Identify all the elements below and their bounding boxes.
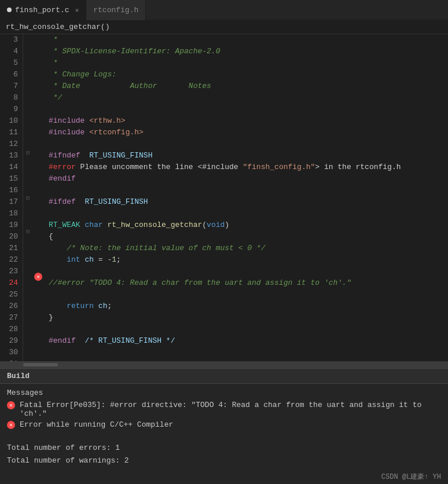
line-num-21: 21 xyxy=(5,243,18,254)
line-num-28: 28 xyxy=(5,324,18,335)
error-gutter-cell-30 xyxy=(32,339,44,350)
build-messages-header: Messages xyxy=(7,388,441,397)
error-gutter-cell-4 xyxy=(32,45,44,56)
error-gutter-cell-8 xyxy=(32,90,44,101)
line-num-18: 18 xyxy=(5,208,18,219)
fold-marker-10 xyxy=(23,113,32,124)
build-header: Build xyxy=(0,369,448,384)
line-num-26: 26 xyxy=(5,300,18,312)
tab-label-finsh: finsh_port.c xyxy=(15,6,69,14)
error-gutter-cell-10 xyxy=(32,113,44,124)
tab-rtconfig-h[interactable]: rtconfig.h xyxy=(86,0,146,20)
error-gutter-cell-18 xyxy=(32,203,44,214)
code-line-25 xyxy=(49,289,448,300)
scrollbar-thumb[interactable] xyxy=(23,363,58,366)
error-gutter-cell-14 xyxy=(32,158,44,169)
fold-gutter: ⊟⊟⊟ xyxy=(23,34,32,361)
code-line-12 xyxy=(49,138,448,150)
build-error-icon-1: ✕ xyxy=(7,421,15,429)
code-line-21: /* Note: the initial value of ch must < … xyxy=(49,243,448,254)
code-line-13: #ifndef RT_USING_FINSH xyxy=(49,150,448,162)
code-line-27: } xyxy=(49,312,448,324)
line-num-22: 22 xyxy=(5,254,18,266)
error-gutter-cell-11 xyxy=(32,124,44,135)
line-num-27: 27 xyxy=(5,312,18,324)
line-num-11: 11 xyxy=(5,127,18,138)
fold-marker-9 xyxy=(23,102,32,113)
code-line-7: * Date Author Notes xyxy=(49,80,448,92)
tab-finsh-port-c[interactable]: finsh_port.c ✕ xyxy=(0,0,86,20)
error-gutter-cell-9 xyxy=(32,102,44,113)
error-gutter-cell-6 xyxy=(32,68,44,79)
line-num-10: 10 xyxy=(5,115,18,127)
error-gutter-cell-5 xyxy=(32,57,44,68)
code-line-24: //#error "TODO 4: Read a char from the u… xyxy=(49,277,448,289)
fold-marker-8 xyxy=(23,90,32,101)
error-gutter-cell-17 xyxy=(32,192,44,203)
fold-marker-27 xyxy=(23,305,32,316)
fold-marker-18 xyxy=(23,203,32,214)
code-line-11: #include <rtconfig.h> xyxy=(49,127,448,138)
line-num-23: 23 xyxy=(5,266,18,277)
line-num-20: 20 xyxy=(5,231,18,243)
fold-marker-13[interactable]: ⊟ xyxy=(23,147,32,158)
code-line-15: #endif xyxy=(49,173,448,185)
line-num-29: 29 xyxy=(5,335,18,347)
code-line-14: #error Please uncomment the line <#inclu… xyxy=(49,162,448,173)
error-gutter-cell-21 xyxy=(32,237,44,248)
error-gutter-cell-22 xyxy=(32,248,44,259)
fold-marker-22 xyxy=(23,248,32,259)
build-message-text-1: Error while running C/C++ Compiler xyxy=(20,420,173,429)
line-num-30: 30 xyxy=(5,347,18,358)
line-num-3: 3 xyxy=(5,34,18,46)
fold-marker-12 xyxy=(23,135,32,146)
fold-marker-25 xyxy=(23,283,32,294)
error-gutter-cell-19 xyxy=(32,215,44,226)
code-line-28 xyxy=(49,324,448,335)
line-numbers: 3456789101112131415161718192021222324252… xyxy=(0,34,23,361)
tab-label-rtconfig: rtconfig.h xyxy=(93,6,138,14)
build-footer: CSDN @L建豪↑ YH xyxy=(0,470,448,484)
breadcrumb-text: rt_hw_console_getchar() xyxy=(6,23,109,31)
error-gutter-cell-3 xyxy=(32,34,44,45)
code-line-20: { xyxy=(49,231,448,243)
tab-bar: finsh_port.c ✕ rtconfig.h xyxy=(0,0,448,20)
code-line-19: RT_WEAK char rt_hw_console_getchar(void) xyxy=(49,219,448,231)
fold-marker-28 xyxy=(23,316,32,327)
line-num-5: 5 xyxy=(5,57,18,69)
fold-marker-7 xyxy=(23,79,32,90)
error-gutter-cell-7 xyxy=(32,79,44,90)
code-line-29: #endif /* RT_USING_FINSH */ xyxy=(49,335,448,347)
line-num-31: 31 xyxy=(5,358,18,361)
error-gutter-cell-15 xyxy=(32,170,44,181)
fold-marker-19 xyxy=(23,215,32,226)
code-content: * * SPDX-License-Identifier: Apache-2.0 … xyxy=(44,34,448,361)
build-message-row-1: ✕Error while running C/C++ Compiler xyxy=(7,420,441,429)
tab-modified-dot xyxy=(7,8,12,12)
line-num-16: 16 xyxy=(5,185,18,196)
code-line-5: * xyxy=(49,57,448,69)
line-num-17: 17 xyxy=(5,196,18,208)
line-num-25: 25 xyxy=(5,289,18,300)
error-gutter-cell-29 xyxy=(32,328,44,339)
fold-marker-17[interactable]: ⊟ xyxy=(23,192,32,203)
breadcrumb: rt_hw_console_getchar() xyxy=(0,20,448,34)
build-message-text-0: Fatal Error[Pe035]: #error directive: "T… xyxy=(20,401,441,418)
fold-marker-16 xyxy=(23,181,32,192)
code-line-26: return ch; xyxy=(49,300,448,312)
build-messages-area: Messages ✕Fatal Error[Pe035]: #error dir… xyxy=(0,384,448,437)
line-num-14: 14 xyxy=(5,162,18,173)
horizontal-scrollbar[interactable] xyxy=(0,361,448,368)
fold-marker-3 xyxy=(23,34,32,45)
fold-marker-5 xyxy=(23,57,32,68)
build-total-errors: Total number of errors: 1 xyxy=(7,442,441,454)
editor-container: 3456789101112131415161718192021222324252… xyxy=(0,34,448,361)
build-totals: Total number of errors: 1 Total number o… xyxy=(0,437,448,470)
tab-close-finsh[interactable]: ✕ xyxy=(75,6,79,14)
fold-marker-20[interactable]: ⊟ xyxy=(23,226,32,237)
error-gutter-cell-31 xyxy=(32,350,44,361)
code-line-9 xyxy=(49,104,448,115)
code-line-23 xyxy=(49,266,448,277)
fold-marker-4 xyxy=(23,45,32,56)
fold-marker-15 xyxy=(23,170,32,181)
